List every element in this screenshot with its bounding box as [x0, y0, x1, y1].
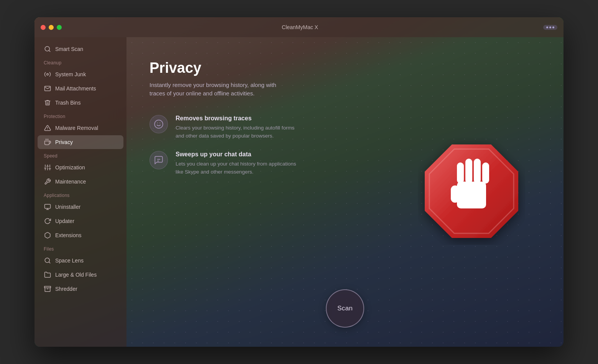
privacy-subtitle: Instantly remove your browsing history, …: [150, 81, 288, 98]
space-lens-label: Space Lens: [55, 257, 84, 264]
svg-point-2: [47, 74, 49, 75]
svg-rect-32: [457, 162, 464, 184]
sidebar: Smart Scan Cleanup System Junk: [34, 37, 127, 347]
chat-feature-text: Sweeps up your chat data Lets you clean …: [176, 151, 298, 176]
sidebar-item-privacy[interactable]: Privacy: [38, 135, 123, 149]
chat-data-desc: Lets you clean up your chat history from…: [176, 160, 298, 176]
svg-rect-31: [451, 185, 459, 203]
section-label-protection: Protection: [34, 110, 127, 121]
trash-bins-label: Trash Bins: [55, 100, 80, 106]
sidebar-item-space-lens[interactable]: Space Lens: [38, 254, 123, 267]
optimization-label: Optimization: [55, 164, 85, 171]
trash-bins-icon: [44, 99, 51, 107]
privacy-title: Privacy: [150, 60, 540, 76]
svg-line-21: [49, 262, 50, 263]
mail-attachments-label: Mail Attachments: [55, 85, 96, 92]
large-old-files-label: Large & Old Files: [55, 272, 97, 278]
mask-icon: [154, 119, 164, 129]
extensions-icon: [44, 231, 51, 239]
close-button[interactable]: [41, 25, 46, 30]
app-title: CleanMyMac X: [62, 24, 538, 30]
sidebar-item-extensions[interactable]: Extensions: [38, 228, 123, 242]
malware-removal-label: Malware Removal: [55, 125, 98, 131]
updater-icon: [44, 217, 51, 225]
privacy-icon: [44, 138, 51, 146]
sidebar-item-smart-scan[interactable]: Smart Scan: [38, 42, 123, 56]
traffic-lights: [41, 25, 62, 30]
svg-rect-34: [474, 159, 481, 184]
privacy-hero-icon: [418, 138, 525, 246]
optimization-icon: [44, 164, 51, 171]
svg-rect-33: [465, 159, 472, 184]
mail-attachments-icon: [44, 85, 51, 92]
sidebar-item-malware-removal[interactable]: Malware Removal: [38, 121, 123, 135]
sidebar-item-shredder[interactable]: Shredder: [38, 282, 123, 296]
stop-sign-svg: [418, 138, 525, 245]
sidebar-item-uninstaller[interactable]: Uninstaller: [38, 200, 123, 214]
svg-rect-30: [457, 182, 486, 208]
title-bar: CleanMyMac X: [34, 17, 564, 37]
maintenance-label: Maintenance: [55, 179, 86, 185]
section-label-files: Files: [34, 243, 127, 253]
chat-icon: [154, 155, 164, 165]
sidebar-item-updater[interactable]: Updater: [38, 214, 123, 228]
browsing-traces-desc: Clears your browsing history, including …: [176, 124, 298, 140]
smart-scan-label: Smart Scan: [55, 46, 83, 52]
scan-button-container: Scan: [326, 289, 364, 328]
uninstaller-icon: [44, 203, 51, 211]
sidebar-item-system-junk[interactable]: System Junk: [38, 67, 123, 81]
sidebar-item-mail-attachments[interactable]: Mail Attachments: [38, 82, 123, 95]
svg-rect-17: [45, 204, 51, 208]
chat-data-title: Sweeps up your chat data: [176, 151, 298, 158]
dot-icon: [546, 26, 548, 28]
sidebar-item-trash-bins[interactable]: Trash Bins: [38, 96, 123, 110]
maximize-button[interactable]: [57, 25, 62, 30]
dot-icon: [549, 26, 551, 28]
sidebar-item-optimization[interactable]: Optimization: [38, 161, 123, 174]
dot-icon: [552, 26, 554, 28]
smart-scan-icon: [44, 45, 51, 53]
uninstaller-label: Uninstaller: [55, 204, 80, 210]
menu-dots-button[interactable]: [543, 25, 557, 30]
space-lens-icon: [44, 257, 51, 264]
shredder-icon: [44, 285, 51, 293]
svg-rect-22: [44, 286, 51, 288]
system-junk-label: System Junk: [55, 71, 86, 77]
scan-button[interactable]: Scan: [326, 289, 364, 328]
shredder-label: Shredder: [55, 286, 77, 292]
main-content: Smart Scan Cleanup System Junk: [34, 37, 564, 347]
extensions-label: Extensions: [55, 232, 81, 238]
chat-data-icon-wrap: [150, 151, 168, 169]
privacy-label: Privacy: [55, 139, 73, 145]
svg-rect-35: [482, 162, 489, 184]
browsing-traces-title: Removes browsing traces: [176, 115, 298, 122]
main-panel: Privacy Instantly remove your browsing h…: [127, 37, 564, 347]
browsing-feature-text: Removes browsing traces Clears your brow…: [176, 115, 298, 140]
sidebar-item-large-old-files[interactable]: Large & Old Files: [38, 268, 123, 282]
browsing-traces-icon-wrap: [150, 115, 168, 133]
section-label-applications: Applications: [34, 189, 127, 200]
large-old-files-icon: [44, 271, 51, 279]
system-junk-icon: [44, 71, 51, 78]
malware-removal-icon: [44, 124, 51, 132]
section-label-cleanup: Cleanup: [34, 56, 127, 67]
sidebar-item-maintenance[interactable]: Maintenance: [38, 175, 123, 189]
section-label-speed: Speed: [34, 149, 127, 160]
minimize-button[interactable]: [49, 25, 54, 30]
feature-item-browsing: Removes browsing traces Clears your brow…: [150, 115, 540, 140]
svg-line-1: [49, 50, 50, 51]
updater-label: Updater: [55, 218, 74, 224]
privacy-header: Privacy Instantly remove your browsing h…: [150, 60, 540, 98]
maintenance-icon: [44, 178, 51, 185]
